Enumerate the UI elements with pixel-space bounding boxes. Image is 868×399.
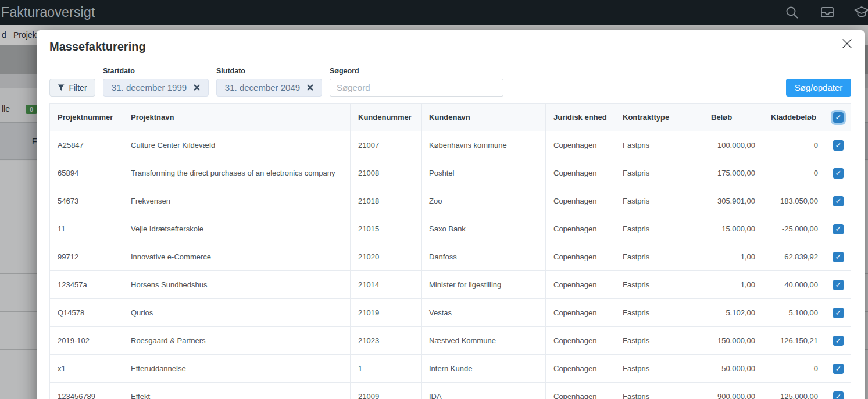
cell-juridisk-enhed: Copenhagen: [546, 271, 615, 299]
slutdato-field: Slutdato 31. december 2049: [216, 67, 322, 97]
cell-juridisk-enhed: Copenhagen: [546, 355, 615, 383]
column-kundenavn: Kundenavn: [422, 104, 546, 131]
cell-kundenummer: 21014: [351, 271, 422, 299]
cell-kladdebelob: 40.000,00: [763, 271, 826, 299]
cell-kundenummer: 21018: [351, 187, 422, 215]
cell-juridisk-enhed: Copenhagen: [546, 159, 615, 187]
cell-kontrakttype: Fastpris: [615, 327, 703, 355]
inbox-icon[interactable]: [820, 5, 835, 19]
filter-button-label: Filter: [69, 83, 87, 92]
cell-projektnummer: 99712: [50, 243, 123, 271]
cell-projektnavn: Transforming the direct purchases of an …: [123, 159, 351, 187]
search-icon[interactable]: [785, 5, 799, 20]
check-icon: ✓: [835, 253, 842, 261]
row-checkbox[interactable]: ✓: [833, 364, 844, 374]
cell-belob: 150.000,00: [703, 327, 763, 355]
column-projektnavn: Projektnavn: [123, 104, 351, 131]
page-title: Fakturaoversigt: [1, 5, 95, 20]
slutdato-date-picker[interactable]: 31. december 2049: [216, 79, 322, 97]
row-checkbox[interactable]: ✓: [833, 140, 844, 151]
row-checkbox[interactable]: ✓: [833, 280, 844, 290]
cell-belob: 900.000,00: [703, 383, 763, 399]
column-belob: Beløb: [703, 104, 763, 131]
select-all-checkbox[interactable]: ✓: [833, 112, 844, 123]
top-bar: Fakturaoversigt: [0, 0, 868, 25]
row-checkbox[interactable]: ✓: [833, 196, 844, 206]
startdato-date-picker[interactable]: 31. december 1999: [103, 79, 209, 97]
cell-kundenummer: 1: [351, 355, 422, 383]
table-row: 123457a Horsens Sundhedshus 21014 Minist…: [50, 271, 851, 299]
cell-kontrakttype: Fastpris: [615, 355, 703, 383]
cell-projektnavn: Effekt: [123, 383, 351, 399]
table-row: x1 Efteruddannelse 1 Intern Kunde Copenh…: [50, 355, 851, 383]
cell-select: ✓: [826, 271, 851, 299]
sogeord-label: Søgeord: [330, 67, 503, 75]
check-icon: ✓: [835, 225, 842, 233]
cell-select: ✓: [826, 243, 851, 271]
cell-belob: 100.000,00: [703, 131, 763, 159]
cell-projektnavn: Culture Center Kildevæld: [123, 131, 351, 159]
sogeord-field: Søgeord: [330, 67, 503, 97]
cell-belob: 305.901,00: [703, 187, 763, 215]
row-checkbox[interactable]: ✓: [833, 224, 844, 234]
check-icon: ✓: [835, 197, 842, 205]
row-checkbox[interactable]: ✓: [833, 252, 844, 262]
column-projektnummer: Projektnummer: [50, 104, 123, 131]
column-juridisk-enhed: Juridisk enhed: [546, 104, 615, 131]
column-kladdebelob: Kladdebeløb: [763, 104, 826, 131]
cell-select: ✓: [826, 159, 851, 187]
cell-projektnummer: 11: [50, 215, 123, 243]
row-checkbox[interactable]: ✓: [833, 168, 844, 179]
cell-kundenavn: Københavns kommune: [422, 131, 546, 159]
cell-kundenavn: Vestas: [422, 299, 546, 327]
cell-belob: 175.000,00: [703, 159, 763, 187]
row-checkbox[interactable]: ✓: [833, 308, 844, 318]
filter-button[interactable]: Filter: [49, 79, 95, 97]
cell-kontrakttype: Fastpris: [615, 383, 703, 399]
close-icon[interactable]: [841, 37, 853, 50]
cell-kundenavn: Zoo: [422, 187, 546, 215]
cell-kladdebelob: 5.100,00: [763, 299, 826, 327]
cell-projektnummer: 2019-102: [50, 327, 123, 355]
cell-kundenavn: IDA: [422, 383, 546, 399]
cell-select: ✓: [826, 383, 851, 399]
modal-title: Massefakturering: [49, 40, 146, 54]
cell-kundenavn: Saxo Bank: [422, 215, 546, 243]
startdato-label: Startdato: [103, 67, 209, 75]
graduation-cap-icon[interactable]: [853, 5, 868, 20]
check-icon: ✓: [835, 169, 842, 177]
cell-kundenavn: Danfoss: [422, 243, 546, 271]
cell-projektnummer: x1: [50, 355, 123, 383]
cell-kundenavn: Intern Kunde: [422, 355, 546, 383]
sogeord-input[interactable]: [330, 79, 503, 97]
clear-startdato-icon[interactable]: [194, 84, 200, 91]
cell-juridisk-enhed: Copenhagen: [546, 215, 615, 243]
column-kontrakttype: Kontrakttype: [615, 104, 703, 131]
cell-projektnummer: 123456789: [50, 383, 123, 399]
column-kundenummer: Kundenummer: [351, 104, 422, 131]
sog-opdater-button[interactable]: Søg/opdater: [786, 79, 851, 97]
cell-projektnummer: Q14578: [50, 299, 123, 327]
massefakturering-modal: Massefakturering Filter Startdato 31. de…: [37, 30, 865, 399]
cell-kladdebelob: 0: [763, 159, 826, 187]
table-row: 54673 Frekvensen 21018 Zoo Copenhagen Fa…: [50, 187, 851, 215]
table-row: 11 Vejle Idrætsefterskole 21015 Saxo Ban…: [50, 215, 851, 243]
cell-kundenummer: 21015: [351, 215, 422, 243]
table-row: A25847 Culture Center Kildevæld 21007 Kø…: [50, 131, 851, 159]
cell-kundenummer: 21009: [351, 383, 422, 399]
cell-juridisk-enhed: Copenhagen: [546, 131, 615, 159]
invoice-table: Projektnummer Projektnavn Kundenummer Ku…: [49, 103, 851, 399]
cell-belob: 50.000,00: [703, 355, 763, 383]
cell-juridisk-enhed: Copenhagen: [546, 299, 615, 327]
row-checkbox[interactable]: ✓: [833, 336, 844, 346]
cell-juridisk-enhed: Copenhagen: [546, 187, 615, 215]
check-icon: ✓: [835, 141, 842, 149]
cell-select: ✓: [826, 355, 851, 383]
filter-toolbar: Filter Startdato 31. december 1999 Slutd…: [49, 67, 851, 97]
cell-kladdebelob: 0: [763, 355, 826, 383]
clear-slutdato-icon[interactable]: [307, 84, 313, 91]
row-checkbox[interactable]: ✓: [833, 391, 844, 399]
startdato-field: Startdato 31. december 1999: [103, 67, 209, 97]
cell-kundenummer: 21023: [351, 327, 422, 355]
cell-projektnavn: Horsens Sundhedshus: [123, 271, 351, 299]
